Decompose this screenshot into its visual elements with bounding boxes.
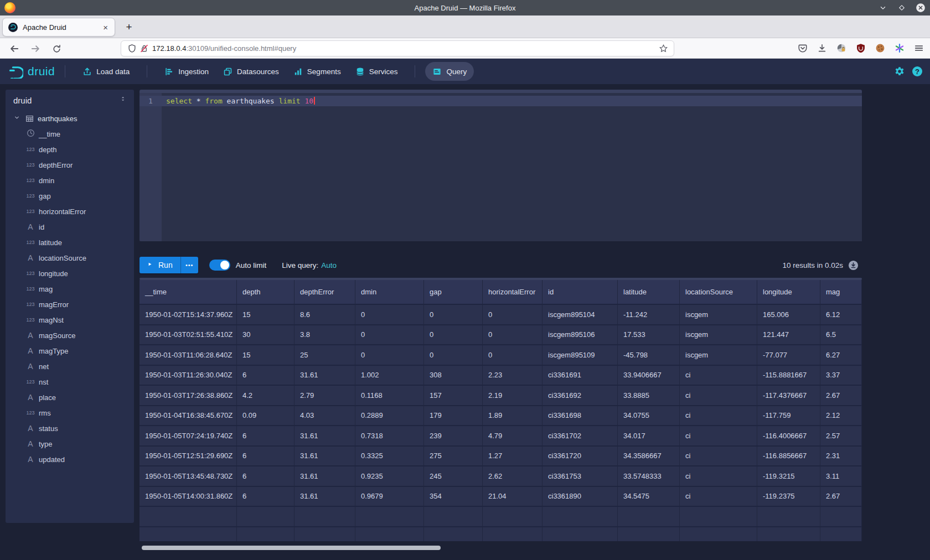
table-cell[interactable]: iscgem895109: [542, 345, 618, 365]
table-cell[interactable]: 2.62: [483, 466, 542, 486]
table-cell[interactable]: 4.79: [483, 426, 542, 445]
nav-item-ingestion[interactable]: Ingestion: [157, 62, 216, 81]
table-cell[interactable]: -117.759: [757, 406, 820, 426]
table-cell[interactable]: 239: [424, 426, 483, 445]
table-cell[interactable]: 6.5: [820, 325, 862, 345]
table-cell[interactable]: ci3361698: [542, 406, 618, 426]
sort-icon[interactable]: [120, 95, 127, 105]
table-cell[interactable]: 0: [355, 305, 424, 324]
download-results-icon[interactable]: [848, 260, 859, 271]
column-header[interactable]: depthError: [294, 280, 355, 304]
sidebar-column-status[interactable]: Astatus: [6, 421, 134, 436]
bookmark-star-icon[interactable]: [657, 43, 669, 55]
table-cell[interactable]: [237, 507, 294, 526]
table-cell[interactable]: 2.67: [820, 386, 862, 405]
table-cell[interactable]: 1.002: [355, 366, 424, 385]
run-more-button[interactable]: •••: [180, 257, 198, 273]
sidebar-column-place[interactable]: Aplace: [6, 390, 134, 405]
table-cell[interactable]: 1950-01-03T11:26:30.040Z: [140, 366, 237, 385]
table-cell[interactable]: 4.03: [294, 406, 355, 426]
table-cell[interactable]: 1950-01-05T12:51:29.690Z: [140, 447, 237, 466]
sidebar-column-gap[interactable]: 123gap: [6, 188, 134, 204]
sidebar-column-nst[interactable]: 123nst: [6, 374, 134, 390]
table-cell[interactable]: 0.2889: [355, 406, 424, 426]
table-cell[interactable]: 121.447: [757, 325, 820, 345]
table-cell[interactable]: [680, 507, 757, 526]
table-cell[interactable]: 2.23: [483, 366, 542, 385]
extension-icon[interactable]: [835, 42, 848, 55]
table-cell[interactable]: -116.4006667: [757, 426, 820, 445]
sidebar-column-id[interactable]: Aid: [6, 219, 134, 235]
pocket-icon[interactable]: [796, 42, 809, 55]
table-cell[interactable]: 31.61: [294, 426, 355, 445]
maximize-button[interactable]: [897, 3, 907, 13]
table-cell[interactable]: [237, 527, 294, 542]
table-cell[interactable]: 3.8: [294, 325, 355, 345]
table-cell[interactable]: 0.09: [237, 406, 294, 426]
sql-query-text[interactable]: select * from earthquakes limit 10: [166, 96, 315, 106]
table-cell[interactable]: 3.37: [820, 366, 862, 385]
table-cell[interactable]: 1950-01-03T02:51:55.410Z: [140, 325, 237, 345]
nav-item-query[interactable]: Query: [425, 62, 474, 81]
table-cell[interactable]: 21.04: [483, 487, 542, 506]
table-cell[interactable]: ci3361753: [542, 466, 618, 486]
table-cell[interactable]: 0.1168: [355, 386, 424, 405]
table-cell[interactable]: 2.12: [820, 406, 862, 426]
table-cell[interactable]: 31.61: [294, 447, 355, 466]
table-cell[interactable]: 31.61: [294, 366, 355, 385]
table-cell[interactable]: 6: [237, 366, 294, 385]
table-cell[interactable]: -119.3215: [757, 466, 820, 486]
table-cell[interactable]: [294, 507, 355, 526]
table-cell[interactable]: 0: [355, 345, 424, 365]
help-icon[interactable]: ?: [912, 66, 922, 76]
column-header[interactable]: __time: [140, 280, 237, 304]
sidebar-column-magNst[interactable]: 123magNst: [6, 312, 134, 328]
table-cell[interactable]: -77.077: [757, 345, 820, 365]
live-query-value[interactable]: Auto: [321, 261, 337, 269]
table-cell[interactable]: 0: [483, 305, 542, 324]
new-tab-button[interactable]: +: [122, 20, 136, 34]
browser-tab[interactable]: Apache Druid ×: [2, 18, 115, 37]
table-cell[interactable]: 1.27: [483, 447, 542, 466]
minimize-button[interactable]: [878, 3, 888, 13]
table-cell[interactable]: [618, 507, 680, 526]
table-cell[interactable]: 165.006: [757, 305, 820, 324]
tab-close-icon[interactable]: ×: [101, 22, 110, 33]
table-cell[interactable]: -119.2375: [757, 487, 820, 506]
table-cell[interactable]: 179: [424, 406, 483, 426]
table-cell[interactable]: 3.11: [820, 466, 862, 486]
sidebar-column-updated[interactable]: Aupdated: [6, 452, 134, 467]
sidebar-column-magSource[interactable]: AmagSource: [6, 328, 134, 343]
sidebar-column-locationSource[interactable]: AlocationSource: [6, 250, 134, 266]
sidebar-column-horizontalError[interactable]: 123horizontalError: [6, 204, 134, 219]
table-cell[interactable]: 30: [237, 325, 294, 345]
menu-hamburger-icon[interactable]: [912, 42, 926, 55]
table-cell[interactable]: ci3361691: [542, 366, 618, 385]
table-cell[interactable]: 6: [237, 487, 294, 506]
table-cell[interactable]: 157: [424, 386, 483, 405]
sql-editor[interactable]: 1 select * from earthquakes limit 10: [140, 93, 862, 241]
table-cell[interactable]: 34.0755: [618, 406, 680, 426]
sidebar-column-latitude[interactable]: 123latitude: [6, 235, 134, 250]
nav-item-load-data[interactable]: Load data: [75, 62, 137, 81]
table-cell[interactable]: ci: [680, 406, 757, 426]
extension-asterisk-icon[interactable]: [893, 42, 906, 55]
table-cell[interactable]: [820, 527, 862, 542]
column-header[interactable]: id: [542, 280, 618, 304]
column-header[interactable]: horizontalError: [483, 280, 542, 304]
table-cell[interactable]: 1950-01-05T14:00:31.860Z: [140, 487, 237, 506]
table-cell[interactable]: 15: [237, 345, 294, 365]
sidebar-column-rms[interactable]: 123rms: [6, 405, 134, 421]
table-cell[interactable]: iscgem: [680, 325, 757, 345]
column-header[interactable]: locationSource: [680, 280, 757, 304]
table-cell[interactable]: 0: [483, 325, 542, 345]
sidebar-column-mag[interactable]: 123mag: [6, 281, 134, 297]
column-header[interactable]: dmin: [355, 280, 424, 304]
table-cell[interactable]: ci: [680, 366, 757, 385]
table-cell[interactable]: [483, 507, 542, 526]
table-cell[interactable]: 6.12: [820, 305, 862, 324]
table-cell[interactable]: ci3361890: [542, 487, 618, 506]
table-cell[interactable]: 1950-01-05T07:24:19.740Z: [140, 426, 237, 445]
table-cell[interactable]: 34.3586667: [618, 447, 680, 466]
url-text[interactable]: 172.18.0.4:30109/unified-console.html#qu…: [152, 44, 657, 53]
